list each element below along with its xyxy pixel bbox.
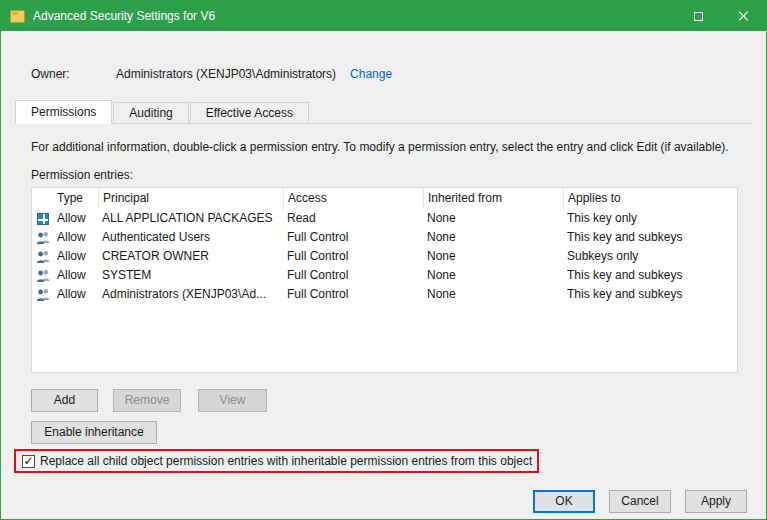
- entry-inherited-from: None: [423, 266, 563, 285]
- users-icon: [32, 228, 54, 247]
- users-icon: [32, 285, 54, 304]
- window-controls: [676, 1, 766, 31]
- entry-applies-to: This key and subkeys: [563, 228, 737, 247]
- entry-type: Allow: [54, 228, 98, 247]
- check-icon: ✓: [23, 455, 33, 467]
- table-row[interactable]: Allow Authenticated Users Full Control N…: [32, 228, 737, 247]
- close-button[interactable]: [721, 1, 766, 31]
- table-row[interactable]: Allow Administrators (XENJP03\Ad... Full…: [32, 285, 737, 304]
- close-icon: [738, 10, 750, 22]
- tab-auditing[interactable]: Auditing: [113, 102, 188, 123]
- column-header-applies-to[interactable]: Applies to: [563, 188, 737, 209]
- annotation-highlight-box: ✓ Replace all child object permission en…: [14, 449, 539, 473]
- entry-access: Full Control: [283, 285, 423, 304]
- entry-applies-to: This key and subkeys: [563, 266, 737, 285]
- entry-applies-to: Subkeys only: [563, 247, 737, 266]
- entry-inherited-from: None: [423, 285, 563, 304]
- entry-inherited-from: None: [423, 247, 563, 266]
- entry-applies-to: This key and subkeys: [563, 285, 737, 304]
- entry-principal: CREATOR OWNER: [98, 247, 283, 266]
- entry-principal: Authenticated Users: [98, 228, 283, 247]
- owner-change-link[interactable]: Change: [350, 67, 392, 81]
- entry-principal: Administrators (XENJP03\Ad...: [98, 285, 283, 304]
- column-header-inherited-from[interactable]: Inherited from: [423, 188, 563, 209]
- table-header: Type Principal Access Inherited from App…: [32, 188, 737, 209]
- permission-entries-table: Type Principal Access Inherited from App…: [31, 187, 738, 373]
- security-settings-icon: [10, 10, 25, 23]
- entry-type: Allow: [54, 266, 98, 285]
- users-icon: [32, 247, 54, 266]
- tab-description: For additional information, double-click…: [31, 140, 752, 154]
- entry-access: Full Control: [283, 247, 423, 266]
- table-row[interactable]: Allow SYSTEM Full Control None This key …: [32, 266, 737, 285]
- owner-value: Administrators (XENJP03\Administrators): [116, 67, 336, 81]
- remove-button: Remove: [113, 389, 181, 412]
- titlebar: Advanced Security Settings for V6: [1, 1, 766, 31]
- entry-inherited-from: None: [423, 228, 563, 247]
- app-packages-icon: [32, 209, 54, 228]
- apply-button[interactable]: Apply: [685, 490, 747, 513]
- column-header-type[interactable]: Type: [32, 188, 98, 209]
- entry-principal: ALL APPLICATION PACKAGES: [98, 209, 283, 228]
- view-button: View: [198, 389, 267, 412]
- permission-entries-label: Permission entries:: [31, 168, 133, 182]
- entry-type: Allow: [54, 247, 98, 266]
- users-icon: [32, 266, 54, 285]
- maximize-icon: [694, 12, 703, 21]
- cancel-button[interactable]: Cancel: [609, 490, 671, 513]
- maximize-button[interactable]: [676, 1, 721, 31]
- entry-type: Allow: [54, 285, 98, 304]
- ok-button[interactable]: OK: [533, 490, 595, 513]
- replace-child-permissions-checkbox[interactable]: ✓: [22, 455, 35, 468]
- column-header-principal[interactable]: Principal: [98, 188, 283, 209]
- tab-effective-access[interactable]: Effective Access: [190, 102, 309, 123]
- owner-label: Owner:: [31, 67, 116, 81]
- tab-strip: Permissions Auditing Effective Access: [15, 100, 752, 124]
- entry-type: Allow: [54, 209, 98, 228]
- column-header-access[interactable]: Access: [283, 188, 423, 209]
- table-row[interactable]: Allow ALL APPLICATION PACKAGES Read None…: [32, 209, 737, 228]
- entry-inherited-from: None: [423, 209, 563, 228]
- entry-access: Read: [283, 209, 423, 228]
- owner-row: Owner: Administrators (XENJP03\Administr…: [31, 67, 392, 81]
- entry-applies-to: This key only: [563, 209, 737, 228]
- entry-principal: SYSTEM: [98, 266, 283, 285]
- entry-access: Full Control: [283, 228, 423, 247]
- entry-access: Full Control: [283, 266, 423, 285]
- enable-inheritance-button[interactable]: Enable inheritance: [31, 421, 157, 444]
- window-title: Advanced Security Settings for V6: [33, 9, 215, 23]
- advanced-security-settings-dialog: Advanced Security Settings for V6 Owner:…: [0, 0, 767, 520]
- replace-child-permissions-label[interactable]: Replace all child object permission entr…: [40, 454, 532, 468]
- table-row[interactable]: Allow CREATOR OWNER Full Control None Su…: [32, 247, 737, 266]
- tab-permissions[interactable]: Permissions: [15, 100, 112, 124]
- add-button[interactable]: Add: [31, 389, 98, 412]
